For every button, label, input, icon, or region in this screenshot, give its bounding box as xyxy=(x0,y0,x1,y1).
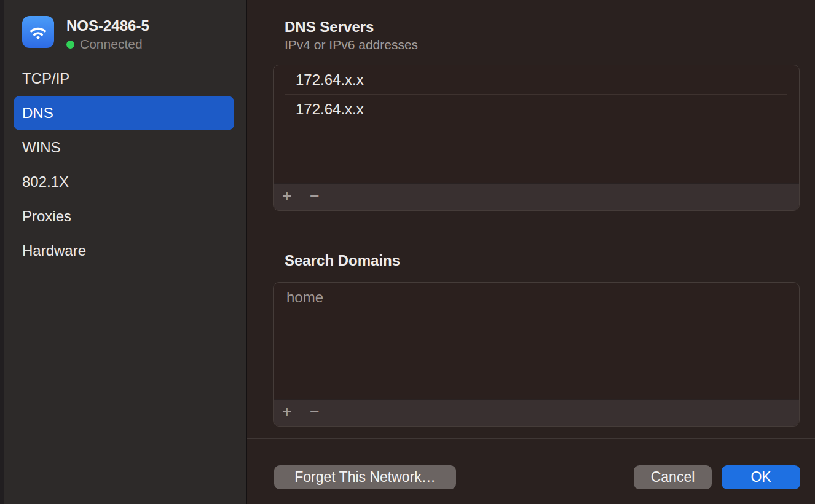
dns-servers-list: 172.64.x.x 172.64.x.x + − xyxy=(273,65,800,211)
search-domains-title: Search Domains xyxy=(285,252,400,269)
sidebar-item-8021x[interactable]: 802.1X xyxy=(14,165,234,199)
network-details-sheet: NOS-2486-5 Connected TCP/IP DNS WINS 802… xyxy=(0,0,815,504)
sidebar-item-label: Proxies xyxy=(22,208,71,225)
sidebar: NOS-2486-5 Connected TCP/IP DNS WINS 802… xyxy=(0,0,246,504)
dns-servers-toolbar: + − xyxy=(274,183,799,210)
dns-server-value: 172.64.x.x xyxy=(296,71,364,89)
status-label: Connected xyxy=(80,37,143,52)
connection-status: Connected xyxy=(66,37,143,52)
dns-servers-title: DNS Servers xyxy=(285,18,374,36)
add-search-domain-button[interactable]: + xyxy=(274,400,301,427)
sidebar-panel-divider xyxy=(246,0,247,504)
wifi-icon xyxy=(22,16,54,48)
search-domains-toolbar: + − xyxy=(274,399,799,426)
sidebar-item-label: 802.1X xyxy=(22,173,69,191)
sidebar-item-label: Hardware xyxy=(22,242,86,259)
remove-dns-server-button[interactable]: − xyxy=(301,184,328,211)
sidebar-item-wins[interactable]: WINS xyxy=(14,130,234,165)
dns-server-row[interactable]: 172.64.x.x xyxy=(274,65,799,95)
remove-search-domain-button[interactable]: − xyxy=(301,400,328,427)
network-name: NOS-2486-5 xyxy=(66,17,149,34)
search-domains-list: home + − xyxy=(273,282,800,427)
sidebar-item-dns[interactable]: DNS xyxy=(14,96,234,130)
add-dns-server-button[interactable]: + xyxy=(274,184,301,211)
sidebar-item-label: DNS xyxy=(22,104,53,122)
ok-button[interactable]: OK xyxy=(722,465,800,489)
bottom-bar-divider xyxy=(247,438,815,439)
search-domain-row[interactable]: home xyxy=(274,283,799,312)
status-dot-icon xyxy=(66,41,74,49)
search-domain-value: home xyxy=(286,289,323,306)
sidebar-item-label: WINS xyxy=(22,139,61,156)
sidebar-item-tcpip[interactable]: TCP/IP xyxy=(14,61,234,96)
sidebar-item-label: TCP/IP xyxy=(22,70,69,87)
sidebar-item-proxies[interactable]: Proxies xyxy=(14,199,234,234)
sidebar-menu: TCP/IP DNS WINS 802.1X Proxies Hardware xyxy=(0,61,246,268)
cancel-button[interactable]: Cancel xyxy=(634,465,712,489)
forget-network-button[interactable]: Forget This Network… xyxy=(274,465,456,489)
sidebar-item-hardware[interactable]: Hardware xyxy=(14,234,234,268)
dns-server-value: 172.64.x.x xyxy=(296,101,364,118)
dns-servers-subtitle: IPv4 or IPv6 addresses xyxy=(285,37,418,52)
dns-server-row[interactable]: 172.64.x.x xyxy=(274,95,799,124)
